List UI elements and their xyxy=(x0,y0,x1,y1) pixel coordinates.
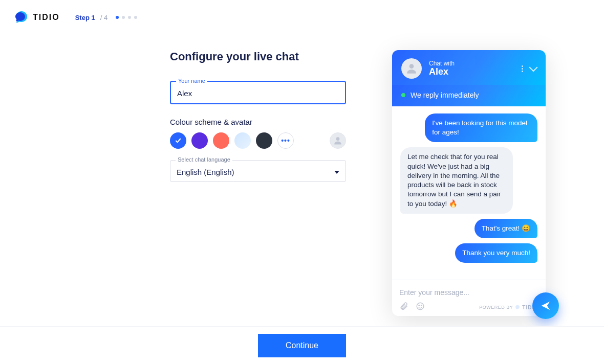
agent-message: Let me check that for you real quick! We… xyxy=(400,147,513,213)
step-current: Step 1 xyxy=(75,14,95,21)
svg-point-4 xyxy=(421,305,422,306)
collapse-icon[interactable] xyxy=(529,63,538,72)
step-dot xyxy=(128,16,131,19)
colour-section-label: Colour scheme & avatar xyxy=(170,118,346,126)
online-dot-icon xyxy=(401,93,405,97)
svg-point-2 xyxy=(417,303,424,310)
chat-preview-wrap: Chat with Alex We reply immediately I've… xyxy=(392,50,546,316)
kebab-icon[interactable] xyxy=(522,65,523,72)
language-select[interactable]: Select chat language English (English) xyxy=(170,160,346,182)
user-message: I've been looking for this model for age… xyxy=(425,113,537,142)
chat-messages: I've been looking for this model for age… xyxy=(392,106,546,280)
colour-swatches: ••• xyxy=(170,132,346,149)
avatar-icon xyxy=(401,58,422,79)
continue-button[interactable]: Continue xyxy=(258,334,346,357)
tidio-logo-icon xyxy=(14,10,29,25)
step-dots xyxy=(116,16,137,19)
chat-preview: Chat with Alex We reply immediately I've… xyxy=(392,50,546,316)
chat-header-small: Chat with xyxy=(429,60,455,67)
name-field-label: Your name xyxy=(176,78,207,84)
step-total: / 4 xyxy=(100,14,107,21)
colour-more-button[interactable]: ••• xyxy=(277,132,294,149)
colour-swatch[interactable] xyxy=(191,132,208,149)
step-dot xyxy=(134,16,137,19)
chat-header-name: Alex xyxy=(429,67,455,77)
user-message: That's great! 😄 xyxy=(474,219,537,238)
page-title: Configure your live chat xyxy=(170,50,346,63)
colour-swatch[interactable] xyxy=(213,132,229,149)
chevron-down-icon xyxy=(334,171,339,174)
attachment-icon[interactable] xyxy=(399,302,408,313)
step-dot xyxy=(116,16,119,19)
svg-point-0 xyxy=(336,137,340,141)
header: TIDIO Step 1 / 4 xyxy=(0,0,604,35)
svg-point-3 xyxy=(419,305,420,306)
colour-swatch[interactable] xyxy=(170,132,186,149)
name-input[interactable] xyxy=(177,89,339,98)
colour-swatch[interactable] xyxy=(234,132,251,149)
colour-swatch[interactable] xyxy=(256,132,272,149)
emoji-icon[interactable] xyxy=(416,302,425,313)
logo: TIDIO xyxy=(14,10,60,25)
chat-banner-text: We reply immediately xyxy=(411,91,479,99)
composer-input[interactable]: Enter your message... xyxy=(399,285,538,302)
step-dot xyxy=(122,16,125,19)
chat-banner: We reply immediately xyxy=(392,85,546,106)
user-message: Thank you very much! xyxy=(455,243,537,263)
language-select-value: English (English) xyxy=(177,168,234,176)
powered-by: POWERED BY TIDIO xyxy=(479,305,538,310)
svg-point-1 xyxy=(409,64,414,69)
name-field[interactable]: Your name xyxy=(170,81,346,104)
config-form: Configure your live chat Your name Colou… xyxy=(170,50,346,316)
chat-header: Chat with Alex xyxy=(392,50,546,85)
language-select-label: Select chat language xyxy=(176,156,232,163)
step-indicator: Step 1 / 4 xyxy=(75,14,137,21)
avatar-picker[interactable] xyxy=(330,132,346,149)
send-button[interactable] xyxy=(532,292,559,319)
logo-text: TIDIO xyxy=(33,13,60,22)
chat-composer: Enter your message... POWERED BY TIDIO xyxy=(392,280,546,316)
footer: Continue xyxy=(0,326,604,364)
